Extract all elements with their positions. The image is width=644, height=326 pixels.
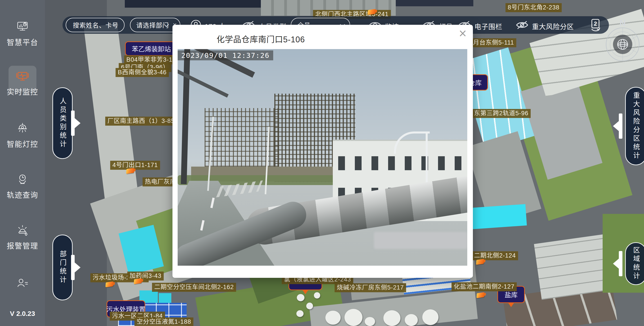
tab-label: 重大风险分区统计 bbox=[631, 92, 641, 160]
tab-personnel-category-stats[interactable]: 人员类别统计 bbox=[52, 87, 73, 159]
map-label[interactable]: 空分空压液氮1-188 bbox=[134, 317, 194, 326]
sidebar-item-alarm[interactable]: 报警管理 bbox=[0, 223, 45, 251]
map-label[interactable]: 加药间3-43 bbox=[127, 271, 164, 280]
map-label[interactable]: 烧碱冷冻厂房东侧5-217 bbox=[334, 283, 406, 292]
map-label[interactable]: 化盐池二期南侧2-127 bbox=[452, 282, 517, 291]
map-label[interactable]: B西南侧全貌3-46 bbox=[116, 68, 169, 77]
close-icon[interactable]: × bbox=[458, 28, 467, 38]
smart-platform-icon bbox=[16, 20, 29, 34]
camera-feed: 2023/09/01 12:37:26 bbox=[178, 49, 467, 266]
tab-label: 区域统计 bbox=[631, 247, 641, 281]
risk-zone-toggle[interactable]: 重大风险分区 bbox=[532, 21, 574, 31]
person-list-icon bbox=[16, 276, 29, 291]
map-label[interactable]: 厂区南主路西（1）3-85 bbox=[105, 117, 177, 126]
expand-arrow-icon[interactable] bbox=[619, 113, 622, 139]
globe-icon bbox=[613, 35, 632, 54]
app-version: V 2.0.23 bbox=[0, 310, 45, 317]
tab-major-risk-zone-stats[interactable]: 重大风险分区统计 bbox=[625, 87, 644, 165]
compass[interactable] bbox=[606, 28, 640, 61]
sidebar-item-track-query[interactable]: 轨迹查询 bbox=[0, 173, 45, 200]
sidebar-item-personnel[interactable] bbox=[0, 276, 45, 291]
search-placeholder: 搜索姓名、卡号 bbox=[73, 21, 118, 30]
camera-icon[interactable] bbox=[134, 278, 142, 284]
map-mode-2d-badge[interactable]: 2 bbox=[590, 19, 602, 33]
sidebar: 智慧平台 实时监控 智能灯控 bbox=[0, 0, 45, 326]
search-input[interactable]: 搜索姓名、卡号 bbox=[66, 18, 124, 32]
tab-area-stats[interactable]: 区域统计 bbox=[625, 242, 644, 285]
smart-lamp-icon bbox=[16, 122, 29, 136]
camera-icon[interactable] bbox=[476, 292, 484, 298]
camera-icon[interactable] bbox=[126, 168, 134, 174]
sidebar-item-label: 报警管理 bbox=[7, 240, 38, 251]
camera-modal: 化学品仓库南门口5-106 × 2023/09/01 12:37:26 bbox=[172, 25, 473, 278]
expand-arrow-icon[interactable] bbox=[71, 255, 75, 280]
expand-arrow-icon[interactable] bbox=[619, 251, 622, 276]
modal-title: 化学品仓库南门口5-106 bbox=[216, 33, 305, 45]
map-label[interactable]: 东第三跨2轨道5-96 bbox=[472, 109, 531, 118]
camera-icon[interactable] bbox=[106, 281, 114, 287]
sidebar-item-smart-light[interactable]: 智能灯控 bbox=[0, 122, 45, 149]
camera-timestamp: 2023/09/01 12:37:26 bbox=[178, 50, 273, 60]
sidebar-item-label: 轨迹查询 bbox=[7, 189, 38, 200]
map-label[interactable]: 月台东侧5-111 bbox=[471, 38, 516, 47]
expand-arrow-icon[interactable] bbox=[71, 110, 75, 136]
department-placeholder: 请选择部门 bbox=[136, 21, 169, 30]
map-label[interactable]: 8号门东北角2-238 bbox=[506, 3, 562, 12]
svg-text:2: 2 bbox=[594, 21, 597, 27]
eye-off-icon[interactable] bbox=[516, 20, 528, 30]
map-label[interactable]: 二期空分空压车间北侧2-162 bbox=[152, 283, 236, 292]
sidebar-item-realtime-monitor[interactable]: 实时监控 bbox=[0, 69, 45, 97]
map-label[interactable]: 二期北侧2-124 bbox=[472, 251, 518, 260]
sidebar-brand-label: 智慧平台 bbox=[7, 37, 38, 47]
tab-department-stats[interactable]: 部门统计 bbox=[52, 235, 73, 300]
fence-toggle[interactable]: 电子围栏 bbox=[474, 21, 502, 31]
sidebar-brand: 智慧平台 bbox=[0, 20, 45, 47]
sidebar-item-label: 智能灯控 bbox=[7, 138, 38, 149]
map-callout[interactable]: 苯乙烯装卸站 bbox=[125, 41, 178, 56]
camera-icon[interactable] bbox=[476, 259, 484, 265]
tab-label: 部门统计 bbox=[58, 250, 68, 285]
tab-label: 人员类别统计 bbox=[58, 97, 68, 149]
compass-north-label: N bbox=[606, 19, 640, 28]
track-query-icon bbox=[16, 173, 29, 187]
alarm-icon bbox=[16, 223, 29, 238]
watermark-blur bbox=[374, 232, 467, 249]
monitor-wave-icon bbox=[16, 69, 30, 84]
